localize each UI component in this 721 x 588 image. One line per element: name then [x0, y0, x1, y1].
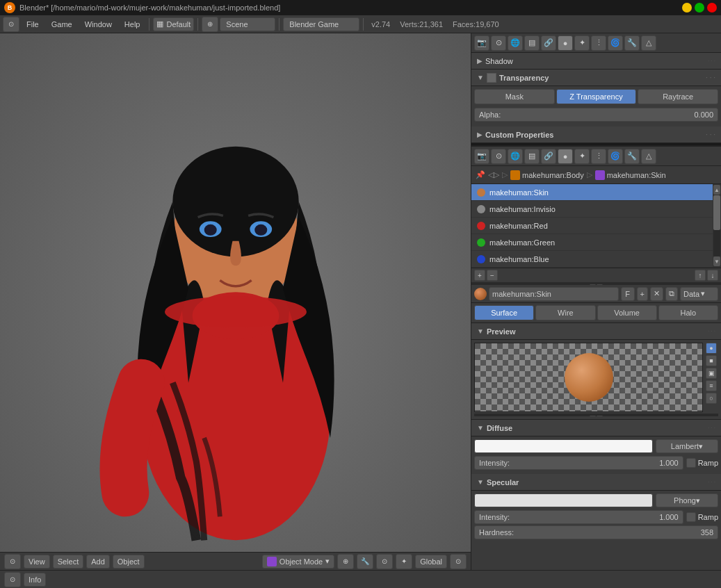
wire-tab[interactable]: Wire: [535, 305, 595, 320]
material-type-select[interactable]: Data ▾: [680, 287, 718, 301]
preview-hair-btn[interactable]: ≡: [706, 380, 717, 391]
scene-icon[interactable]: ⊙: [491, 35, 506, 51]
material-del-btn[interactable]: ✕: [650, 287, 663, 301]
layout-selector[interactable]: ▦ Default: [153, 17, 194, 31]
mat-object-icon[interactable]: ▤: [524, 149, 540, 164]
specular-color-swatch[interactable]: [474, 493, 653, 507]
specular-ramp-checkbox[interactable]: Ramp: [686, 512, 718, 522]
alpha-field[interactable]: Alpha: 0.000: [474, 108, 718, 122]
world-icon[interactable]: 🌐: [508, 35, 523, 51]
preview-flat-btn[interactable]: ■: [706, 355, 717, 366]
material-item-green[interactable]: makehuman:Green: [471, 234, 713, 251]
proportional-btn[interactable]: ⊙: [376, 554, 393, 569]
viewport-screen-btn[interactable]: ⊙: [4, 554, 21, 569]
breadcrumb-body[interactable]: makehuman:Body: [510, 170, 584, 180]
material-f-btn[interactable]: F: [621, 287, 635, 301]
volume-tab[interactable]: Volume: [597, 305, 657, 320]
object-icon[interactable]: ▤: [524, 35, 540, 51]
up-slot-btn[interactable]: ↑: [695, 270, 706, 281]
material-item-invisio[interactable]: makehuman:Invisio: [471, 201, 713, 218]
transparency-section-header[interactable]: ▼ Transparency · · ·: [471, 70, 721, 86]
shadow-section-header[interactable]: ▶ Shadow · · ·: [471, 53, 721, 70]
z-transparency-tab[interactable]: Z Transparency: [556, 89, 637, 104]
menu-game[interactable]: Game: [46, 17, 78, 31]
diffuse-ramp-checkbox[interactable]: Ramp: [686, 458, 718, 468]
diffuse-color-swatch[interactable]: [474, 439, 653, 453]
mask-tab[interactable]: Mask: [474, 89, 555, 104]
scroll-up-btn[interactable]: ▲: [713, 185, 720, 195]
mat-data-icon[interactable]: △: [641, 149, 656, 164]
mat-modifier-icon[interactable]: 🔧: [624, 149, 640, 164]
select-menu-btn[interactable]: Select: [53, 555, 84, 569]
custom-props-header[interactable]: ▶ Custom Properties · · ·: [471, 126, 721, 143]
material-name-field[interactable]: makehuman:Skin: [489, 287, 619, 301]
remove-slot-btn[interactable]: −: [487, 270, 498, 281]
nav-btn[interactable]: ✦: [396, 554, 412, 569]
viewport-3d[interactable]: ⊙ View Select Add Object Object Mode ▾ ⊕…: [0, 33, 471, 570]
down-slot-btn[interactable]: ↓: [707, 270, 718, 281]
specular-shader-select[interactable]: Phong ▾: [656, 493, 718, 507]
mat-world-icon[interactable]: 🌐: [508, 149, 523, 164]
view-menu-btn[interactable]: View: [24, 555, 50, 569]
preview-header[interactable]: ▼ Preview · · ·: [471, 323, 721, 340]
scene-icon-btn[interactable]: ⊕: [202, 17, 218, 32]
playback-icon[interactable]: ⊙: [450, 554, 467, 569]
snapping-btn[interactable]: 🔧: [357, 554, 373, 569]
material-item-skin[interactable]: makehuman:Skin: [471, 184, 713, 201]
physics-icon[interactable]: 🌀: [608, 35, 623, 51]
object-menu-btn[interactable]: Object: [113, 555, 145, 569]
material-item-red[interactable]: makehuman:Red: [471, 218, 713, 234]
mat-constraints-icon[interactable]: 🔗: [541, 149, 556, 164]
halo-tab[interactable]: Halo: [658, 305, 718, 320]
mat-texture-icon[interactable]: ✦: [574, 149, 590, 164]
diffuse-section-header[interactable]: ▼ Diffuse · · ·: [471, 420, 721, 436]
preview-cube-btn[interactable]: ▣: [706, 368, 717, 379]
scroll-down-btn[interactable]: ▼: [713, 256, 720, 266]
menu-window[interactable]: Window: [79, 17, 118, 31]
add-slot-btn[interactable]: +: [474, 270, 485, 281]
menu-file[interactable]: File: [21, 17, 44, 31]
render-icon[interactable]: 📷: [474, 35, 489, 51]
surface-tab[interactable]: Surface: [474, 305, 534, 320]
material-item-blue[interactable]: makehuman:Blue: [471, 251, 713, 268]
preview-sky-btn[interactable]: ○: [706, 393, 717, 404]
constraints-icon[interactable]: 🔗: [541, 35, 556, 51]
pivot-btn[interactable]: ⊕: [337, 554, 354, 569]
mat-particles-icon[interactable]: ⋮: [591, 149, 606, 164]
minimize-button[interactable]: [682, 3, 692, 13]
material-copy-btn[interactable]: ⧉: [665, 287, 678, 301]
raytrace-tab[interactable]: Raytrace: [638, 89, 718, 104]
preview-sphere-btn[interactable]: ●: [706, 343, 717, 354]
modifiers-icon[interactable]: 🔧: [624, 35, 640, 51]
global-selector[interactable]: Global: [415, 555, 447, 569]
material-list-scrollbar[interactable]: ▲ ▼: [713, 184, 721, 268]
specular-section-header[interactable]: ▼ Specular · · ·: [471, 474, 721, 491]
scene-selector[interactable]: Scene: [220, 17, 275, 31]
scroll-track[interactable]: [713, 195, 720, 256]
mat-physics-icon[interactable]: 🌀: [608, 149, 623, 164]
material-icon[interactable]: ●: [558, 35, 573, 51]
maximize-button[interactable]: [695, 3, 704, 13]
breadcrumb-skin[interactable]: makehuman:Skin: [595, 170, 666, 180]
specular-intensity-field[interactable]: Intensity: 1.000: [474, 510, 683, 524]
close-button[interactable]: [707, 3, 717, 13]
mode-selector[interactable]: Object Mode ▾: [262, 555, 334, 569]
mat-render-icon[interactable]: 📷: [474, 149, 489, 164]
hardness-field[interactable]: Hardness: 358: [474, 525, 718, 539]
texture-icon[interactable]: ✦: [574, 35, 590, 51]
bottom-info-btn[interactable]: Info: [24, 573, 46, 587]
menu-help[interactable]: Help: [119, 17, 146, 31]
diffuse-intensity-field[interactable]: Intensity: 1.000: [474, 456, 683, 470]
engine-selector[interactable]: Blender Game: [283, 17, 359, 31]
add-menu-btn[interactable]: Add: [86, 555, 110, 569]
bottom-screen-btn[interactable]: ⊙: [4, 572, 21, 587]
mat-scene-icon[interactable]: ⊙: [491, 149, 506, 164]
specular-ramp-check[interactable]: [686, 512, 696, 522]
data-icon[interactable]: △: [641, 35, 656, 51]
screen-layout-icon[interactable]: ⊙: [3, 17, 19, 32]
diffuse-shader-select[interactable]: Lambert ▾: [656, 439, 718, 453]
particles-icon[interactable]: ⋮: [591, 35, 606, 51]
mat-material-icon[interactable]: ●: [558, 149, 573, 164]
material-add-btn[interactable]: +: [637, 287, 648, 301]
diffuse-ramp-check[interactable]: [686, 458, 696, 468]
